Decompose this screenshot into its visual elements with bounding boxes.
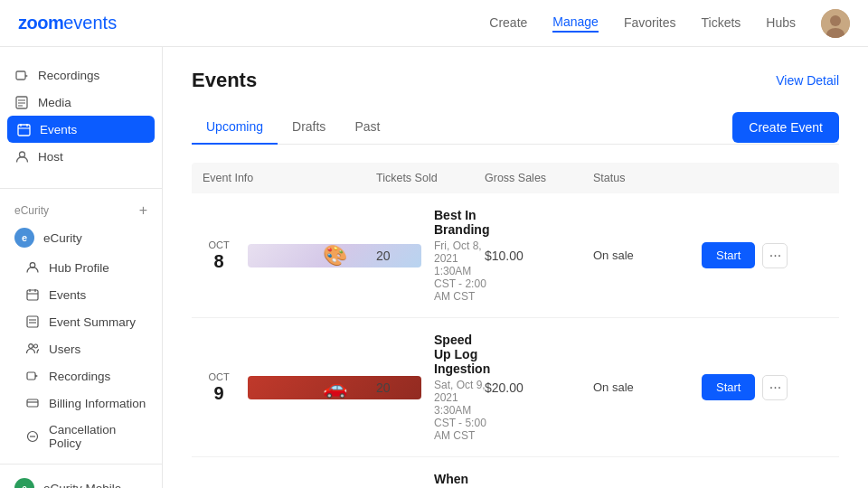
sidebar-ecurity-users[interactable]: Users	[0, 335, 162, 362]
more-options-button[interactable]: ···	[762, 243, 788, 268]
tickets-sold-value: 20	[376, 249, 485, 263]
sidebar-ecuritymobile-label: eCurity Mobile	[43, 482, 121, 489]
svg-point-22	[29, 344, 33, 349]
sidebar-section-ecurity-header: eCurity +	[0, 196, 162, 221]
sidebar-ecurity-label: eCurity	[43, 231, 82, 245]
svg-rect-15	[27, 290, 38, 300]
media-icon	[14, 95, 29, 109]
sidebar-ecurity-events[interactable]: Events	[0, 281, 162, 308]
event-day: 8	[203, 251, 235, 271]
ecurity-events-icon	[25, 287, 40, 302]
sidebar-ecurity-recordings-label: Recordings	[49, 370, 110, 383]
event-name: Best In Branding	[434, 208, 489, 237]
tab-past[interactable]: Past	[340, 110, 394, 145]
gross-sales-value: $20.00	[485, 380, 593, 395]
tabs: Upcoming Drafts Past	[192, 110, 394, 144]
add-hub-button[interactable]: +	[139, 203, 147, 218]
nav-create[interactable]: Create	[489, 15, 527, 32]
sidebar-recordings-label: Recordings	[38, 69, 99, 82]
sidebar-ecuritymobile-hub[interactable]: e eCurity Mobile	[0, 472, 162, 488]
status-value: On sale	[593, 249, 702, 262]
thumb-icon: 🎨	[323, 244, 347, 267]
nav-favorites[interactable]: Favorites	[624, 15, 676, 32]
col-gross-sales: Gross Sales	[485, 172, 593, 184]
sidebar-host-label: Host	[38, 150, 63, 164]
logo: zoomevents	[18, 13, 117, 33]
svg-rect-24	[27, 372, 35, 380]
svg-point-23	[34, 344, 38, 348]
billing-icon	[25, 396, 40, 410]
table-row: OCT 9 🚗 Speed Up Log Ingestion Sat, Oct …	[192, 318, 839, 457]
sidebar-ecurity-hub[interactable]: e eCurity	[0, 221, 162, 254]
start-button[interactable]: Start	[702, 242, 755, 268]
col-status: Status	[593, 172, 702, 184]
start-button[interactable]: Start	[702, 374, 755, 400]
sidebar-media-label: Media	[38, 96, 71, 109]
col-tickets-sold: Tickets Sold	[376, 172, 485, 184]
sidebar-item-host[interactable]: Host	[0, 143, 162, 170]
recordings-icon	[14, 68, 29, 82]
sidebar-ecurity-hub-profile[interactable]: Hub Profile	[0, 254, 162, 281]
nav-hubs[interactable]: Hubs	[766, 15, 796, 32]
layout: Recordings Media Events Host	[0, 47, 868, 488]
sidebar-ecurity-billing[interactable]: Billing Information	[0, 389, 162, 417]
svg-rect-9	[18, 125, 30, 136]
actions-cell: Start ···	[702, 374, 828, 400]
svg-marker-25	[35, 375, 38, 378]
event-month: OCT	[203, 371, 235, 383]
sidebar-ecurity-cancellation-label: Cancellation Policy	[49, 423, 147, 450]
sidebar-item-media[interactable]: Media	[0, 89, 162, 116]
col-actions	[702, 172, 828, 184]
sidebar-divider-2	[0, 464, 162, 465]
svg-point-1	[830, 15, 841, 26]
event-name: When Sky Is the Limit	[434, 472, 471, 488]
tickets-sold-value: 20	[376, 380, 485, 395]
sidebar: Recordings Media Events Host	[0, 47, 163, 488]
tab-upcoming[interactable]: Upcoming	[192, 110, 278, 145]
sidebar-ecurity-hubprofile-label: Hub Profile	[49, 261, 109, 275]
event-details: When Sky Is the Limit Sun, Oct 10, 2021 …	[434, 472, 471, 488]
gross-sales-value: $10.00	[485, 249, 593, 263]
thumb-icon: 🚗	[323, 376, 347, 399]
sidebar-ecurity-recordings[interactable]: Recordings	[0, 362, 162, 389]
actions-cell: Start ···	[702, 242, 828, 268]
ecurity-mobile-hub-icon: e	[14, 478, 34, 488]
cancellation-icon	[25, 429, 40, 444]
svg-marker-4	[25, 74, 28, 77]
table-header: Event Info Tickets Sold Gross Sales Stat…	[192, 163, 839, 193]
event-name: Speed Up Log Ingestion	[434, 333, 490, 376]
sidebar-item-events[interactable]: Events	[7, 116, 155, 143]
header-nav: Create Manage Favorites Tickets Hubs	[489, 9, 850, 38]
sidebar-ecurity-eventsummary[interactable]: Event Summary	[0, 308, 162, 335]
sidebar-ecurity-users-label: Users	[49, 343, 80, 356]
users-icon	[25, 342, 40, 356]
event-info-cell: OCT 9 🚗 Speed Up Log Ingestion Sat, Oct …	[203, 333, 376, 442]
sidebar-section-ecurity-title: eCurity	[14, 204, 49, 217]
svg-rect-19	[27, 316, 38, 327]
more-options-button[interactable]: ···	[762, 375, 788, 400]
sidebar-ecurity-cancellation[interactable]: Cancellation Policy	[0, 417, 162, 456]
event-info-cell: OCT 10 🌄 When Sky Is the Limit Sun, Oct …	[203, 472, 376, 488]
sidebar-ecurity-billing-label: Billing Information	[49, 397, 146, 410]
page-header: Events View Detail	[192, 69, 839, 92]
sidebar-ecurity-events-label: Events	[49, 288, 86, 302]
ecurity-recordings-icon	[25, 369, 40, 383]
view-detail-link[interactable]: View Detail	[776, 73, 839, 88]
event-summary-icon	[25, 314, 40, 329]
col-event-info: Event Info	[203, 172, 376, 184]
sidebar-item-recordings[interactable]: Recordings	[0, 61, 162, 89]
create-event-button[interactable]: Create Event	[732, 112, 839, 143]
user-avatar[interactable]	[821, 9, 850, 38]
nav-tickets[interactable]: Tickets	[701, 15, 741, 32]
nav-manage[interactable]: Manage	[552, 14, 599, 33]
sidebar-divider-1	[0, 188, 162, 189]
logo-zoom-text: zoom	[18, 13, 63, 33]
tabs-row: Upcoming Drafts Past Create Event	[192, 110, 839, 145]
sidebar-events-label: Events	[40, 123, 77, 136]
tab-drafts[interactable]: Drafts	[278, 110, 340, 145]
event-info-cell: OCT 8 🎨 Best In Branding Fri, Oct 8, 202…	[203, 208, 376, 303]
event-date: OCT 9	[203, 371, 235, 403]
svg-rect-3	[16, 71, 25, 80]
page-title: Events	[192, 69, 257, 92]
event-day: 9	[203, 383, 235, 403]
